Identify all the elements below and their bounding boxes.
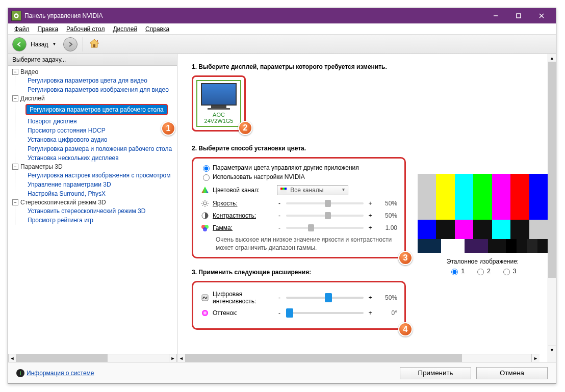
menu-file[interactable]: Файл bbox=[10, 24, 34, 34]
brightness-slider[interactable] bbox=[286, 202, 364, 204]
tree-category-3d: Параметры 3D bbox=[20, 163, 63, 170]
window-title: Панель управления NVIDIA bbox=[24, 12, 484, 19]
tree-item-3d-image-preview[interactable]: Регулировка настроек изображения с просм… bbox=[25, 171, 172, 179]
sidebar: Выберите задачу... − Видео Регулировка п… bbox=[8, 54, 177, 362]
svg-point-12 bbox=[203, 202, 207, 205]
svg-point-26 bbox=[202, 310, 208, 316]
svg-point-24 bbox=[203, 227, 207, 231]
nvidia-icon bbox=[11, 11, 21, 21]
digital-vibrance-label: Цифровая интенсивность: bbox=[213, 291, 274, 305]
reference-radio-1[interactable]: 1 bbox=[449, 267, 465, 275]
tree-item-digital-audio[interactable]: Установка цифрового аудио bbox=[25, 136, 109, 144]
brightness-value: 50% bbox=[376, 200, 397, 207]
close-button[interactable] bbox=[530, 8, 553, 23]
gamma-slider[interactable] bbox=[286, 227, 364, 229]
brightness-label: Яркость: bbox=[213, 200, 274, 207]
svg-rect-11 bbox=[280, 190, 287, 194]
forward-button[interactable] bbox=[63, 37, 78, 51]
tree-toggle-display[interactable]: − bbox=[12, 95, 18, 101]
svg-line-17 bbox=[202, 201, 203, 202]
apply-button[interactable]: Применить bbox=[400, 367, 471, 379]
tree-item-game-rating[interactable]: Просмотр рейтинга игр bbox=[25, 216, 95, 224]
svg-rect-8 bbox=[280, 188, 282, 190]
reference-image-panel: Эталонное изображение: 1 2 3 bbox=[418, 174, 548, 275]
tree-item-desktop-color[interactable]: Регулировка параметров цвета рабочего ст… bbox=[25, 104, 168, 115]
hue-label: Оттенок: bbox=[213, 309, 274, 317]
reference-radio-2[interactable]: 2 bbox=[475, 267, 491, 275]
svg-rect-9 bbox=[282, 188, 285, 190]
digital-vibrance-value: 50% bbox=[376, 294, 397, 301]
menu-desktop[interactable]: Рабочий стол bbox=[62, 24, 109, 34]
cancel-button[interactable]: Отмена bbox=[476, 367, 548, 379]
tree-item-hdcp[interactable]: Просмотр состояния HDCP bbox=[25, 126, 108, 135]
tree-category-stereo: Стереоскопический режим 3D bbox=[20, 199, 106, 206]
section-2-heading: 2. Выберите способ установки цвета. bbox=[192, 145, 540, 152]
svg-rect-3 bbox=[517, 14, 521, 18]
tree-item-setup-stereo[interactable]: Установить стереоскопический режим 3D bbox=[25, 207, 147, 215]
monitor-icon bbox=[201, 83, 237, 106]
tree-item-rotate-display[interactable]: Поворот дисплея bbox=[25, 117, 79, 125]
back-label: Назад bbox=[31, 41, 48, 48]
home-button[interactable] bbox=[88, 37, 100, 51]
system-info-link[interactable]: i Информация о системе bbox=[16, 369, 94, 377]
extensions-group: Цифровая интенсивность: - + 50% Оттенок: bbox=[192, 281, 406, 330]
digital-vibrance-slider[interactable] bbox=[286, 297, 364, 299]
color-channel-label: Цветовой канал: bbox=[213, 187, 274, 194]
contrast-slider[interactable] bbox=[286, 215, 364, 217]
hue-slider[interactable] bbox=[286, 312, 364, 314]
radio-other-apps-label: Параметрами цвета управляют другие прило… bbox=[213, 164, 359, 171]
sidebar-header: Выберите задачу... bbox=[8, 54, 177, 66]
svg-point-1 bbox=[15, 15, 18, 17]
titlebar: Панель управления NVIDIA bbox=[8, 8, 556, 23]
sidebar-hscrollbar[interactable]: ◄ ► bbox=[8, 354, 177, 362]
annotation-badge-4: 4 bbox=[398, 322, 413, 336]
color-channel-icon bbox=[200, 186, 210, 194]
menu-help[interactable]: Справка bbox=[141, 24, 173, 34]
radio-other-apps[interactable] bbox=[203, 165, 210, 172]
tree-item-video-color[interactable]: Регулировка параметров цвета для видео bbox=[25, 76, 149, 85]
tree-item-surround-physx[interactable]: Настройка Surround, PhysX bbox=[25, 190, 108, 198]
minimize-button[interactable] bbox=[484, 8, 507, 23]
task-tree: − Видео Регулировка параметров цвета для… bbox=[8, 66, 177, 354]
tree-item-multi-display[interactable]: Установка нескольких дисплеев bbox=[25, 154, 121, 162]
svg-marker-7 bbox=[201, 187, 209, 193]
main-vscrollbar[interactable]: ▲ ▼ bbox=[548, 54, 556, 362]
monitor-tile[interactable]: AOC 24V2W1G5 bbox=[196, 80, 241, 127]
menubar: Файл Правка Рабочий стол Дисплей Справка bbox=[8, 23, 556, 35]
main-hscrollbar[interactable]: ◄► bbox=[177, 354, 540, 362]
tree-toggle-stereo[interactable]: − bbox=[12, 199, 18, 205]
menu-edit[interactable]: Правка bbox=[34, 24, 63, 34]
reference-image-label: Эталонное изображение: bbox=[418, 258, 548, 265]
tree-category-display: Дисплей bbox=[20, 95, 45, 102]
color-settings-group: Параметрами цвета управляют другие прило… bbox=[192, 157, 406, 258]
contrast-value: 50% bbox=[376, 212, 397, 219]
svg-rect-10 bbox=[285, 188, 287, 190]
tree-item-video-image[interactable]: Регулировка параметров изображения для в… bbox=[25, 86, 171, 94]
svg-line-18 bbox=[207, 205, 208, 206]
annotation-badge-2: 2 bbox=[238, 121, 252, 135]
monitor-name: AOC 24V2W1G5 bbox=[199, 112, 238, 124]
section-1-heading: 1. Выберите дисплей, параметры которого … bbox=[192, 63, 540, 70]
back-dropdown[interactable]: ▼ bbox=[52, 42, 56, 46]
gamma-value: 1.00 bbox=[376, 224, 397, 231]
tree-item-manage-3d[interactable]: Управление параметрами 3D bbox=[25, 180, 113, 189]
color-channel-combo[interactable]: Все каналы bbox=[277, 185, 348, 195]
contrast-label: Контрастность: bbox=[213, 212, 274, 219]
contrast-icon bbox=[200, 212, 210, 220]
back-button[interactable] bbox=[12, 37, 27, 51]
tree-toggle-video[interactable]: − bbox=[12, 69, 18, 75]
tree-item-size-position[interactable]: Регулировка размера и положения рабочего… bbox=[25, 145, 174, 153]
maximize-button[interactable] bbox=[507, 8, 530, 23]
svg-rect-6 bbox=[93, 44, 95, 47]
radio-nvidia-settings[interactable] bbox=[203, 174, 210, 181]
reference-radio-3[interactable]: 3 bbox=[501, 267, 517, 275]
gamma-icon bbox=[200, 224, 210, 232]
radio-nvidia-settings-label: Использовать настройки NVIDIA bbox=[213, 173, 305, 180]
nvidia-control-panel-window: Панель управления NVIDIA Файл Правка Раб… bbox=[8, 8, 556, 384]
svg-line-20 bbox=[207, 201, 208, 202]
colorbars-image bbox=[418, 174, 548, 253]
tree-toggle-3d[interactable]: − bbox=[12, 164, 18, 170]
menu-display[interactable]: Дисплей bbox=[109, 24, 141, 34]
display-selection-box: AOC 24V2W1G5 2 bbox=[192, 75, 246, 132]
annotation-badge-3: 3 bbox=[398, 251, 413, 265]
